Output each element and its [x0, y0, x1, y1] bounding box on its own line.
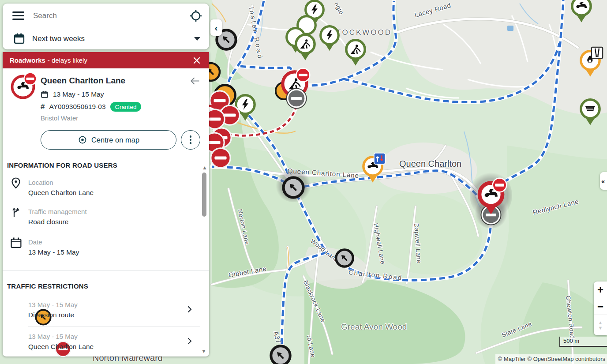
tilt-control[interactable]: ▲ ▼ [594, 315, 607, 335]
chevron-down-icon[interactable] [194, 37, 200, 41]
locate-icon [189, 9, 203, 23]
scroll-up-icon[interactable]: ▲ [202, 165, 207, 171]
marker-selected-closure[interactable] [477, 181, 505, 215]
tilt-up-icon: ▲ [598, 320, 603, 325]
search-card: Next two weeks [3, 4, 209, 49]
marker-diversion-arrow[interactable] [281, 176, 305, 199]
close-icon [192, 56, 201, 65]
marker-water-works[interactable] [570, 0, 593, 23]
status-badge: Granted [110, 102, 142, 112]
narrows-badge-icon [591, 46, 603, 59]
roadworks-closure-icon [11, 75, 35, 99]
marker-roadworks[interactable] [294, 33, 317, 61]
scrollbar-thumb[interactable] [202, 173, 206, 217]
map-scale-bar: 500 m [559, 337, 607, 347]
chevron-right-icon[interactable] [183, 304, 197, 314]
marker-no-entry[interactable] [209, 146, 232, 169]
close-banner-button[interactable] [190, 56, 204, 65]
twoway-badge-icon [373, 152, 386, 165]
marker-skip[interactable] [579, 98, 602, 126]
noentry-badge-icon [296, 68, 311, 83]
calendar-icon [41, 90, 49, 98]
marker-diversion-arrow[interactable] [334, 248, 355, 268]
expand-right-panel-button[interactable]: « [600, 172, 607, 190]
marker-roadworks[interactable] [344, 38, 367, 66]
roadworks-detail-panel: Queen Charlton Lane 13 May - 15 May # AY… [3, 68, 209, 356]
marker-gas-works[interactable] [579, 49, 602, 77]
noentry-badge-icon [23, 72, 37, 86]
back-arrow-icon [189, 75, 201, 87]
zoom-out-button[interactable]: − [594, 298, 607, 315]
date-filter-value: Next two weeks [32, 34, 194, 43]
detail-date: 13 May - 15 May [53, 90, 104, 98]
more-options-button[interactable] [181, 130, 200, 150]
banner-subtitle: - delays likely [48, 56, 190, 64]
map-application: Lacey Roadinster RoadngtoSTOCKWOODRCHQue… [0, 0, 607, 364]
location-pin-icon [10, 177, 22, 189]
chevron-right-icon[interactable] [183, 336, 197, 346]
search-input[interactable] [32, 11, 189, 21]
info-section-heading: INFORMATION FOR ROAD USERS [7, 161, 117, 169]
map-attribution: © MapTiler © OpenStreetMap contributors [495, 354, 607, 364]
restrictions-section-heading: TRAFFIC RESTRICTIONS [7, 282, 88, 290]
calendar-icon [10, 236, 22, 249]
marker-water-works-amber[interactable] [361, 155, 384, 183]
marker-electricity-works[interactable] [318, 25, 341, 51]
banner-title: Roadworks [10, 56, 45, 64]
date-filter-row[interactable]: Next two weeks [3, 28, 209, 49]
hash-icon: # [41, 102, 45, 111]
works-promoter: Bristol Water [41, 114, 78, 122]
centre-target-icon [78, 135, 87, 145]
tilt-down-icon: ▼ [598, 325, 603, 330]
info-item-traffic-management: Traffic management Road closure [28, 208, 87, 226]
locate-me-button[interactable] [189, 9, 203, 23]
zoom-control: + − ▲ ▼ [594, 281, 607, 335]
restriction-item-diversion[interactable]: 13 May - 15 May Diversion route [28, 301, 78, 319]
restriction-item-closure[interactable]: 13 May - 15 May Queen Charlton Lane [28, 333, 94, 351]
reference-row: # AY0093050619-03 Granted [41, 102, 141, 112]
marker-gray-no-entry[interactable] [285, 87, 307, 109]
alert-banner: Roadworks - delays likely [3, 52, 209, 68]
info-item-date: Date 13 May - 15 May [28, 238, 79, 256]
page-title: Queen Charlton Lane [41, 76, 125, 86]
scroll-down-icon[interactable]: ▼ [201, 348, 206, 354]
calendar-icon [13, 33, 25, 45]
permit-reference: AY0093050619-03 [49, 103, 105, 111]
collapse-sidebar-button[interactable]: ‹ [210, 19, 222, 36]
hamburger-menu-icon[interactable] [12, 9, 24, 22]
marker-diversion-arrow[interactable] [269, 344, 292, 364]
zoom-in-button[interactable]: + [594, 281, 607, 298]
centre-on-map-button[interactable]: Centre on map [41, 130, 176, 150]
traffic-management-icon [10, 206, 22, 218]
noentry-badge-icon [492, 177, 507, 193]
date-row: 13 May - 15 May [41, 90, 104, 98]
info-item-location: Location Queen Charlton Lane [28, 179, 94, 197]
search-row [3, 4, 209, 28]
back-button[interactable] [186, 75, 203, 87]
